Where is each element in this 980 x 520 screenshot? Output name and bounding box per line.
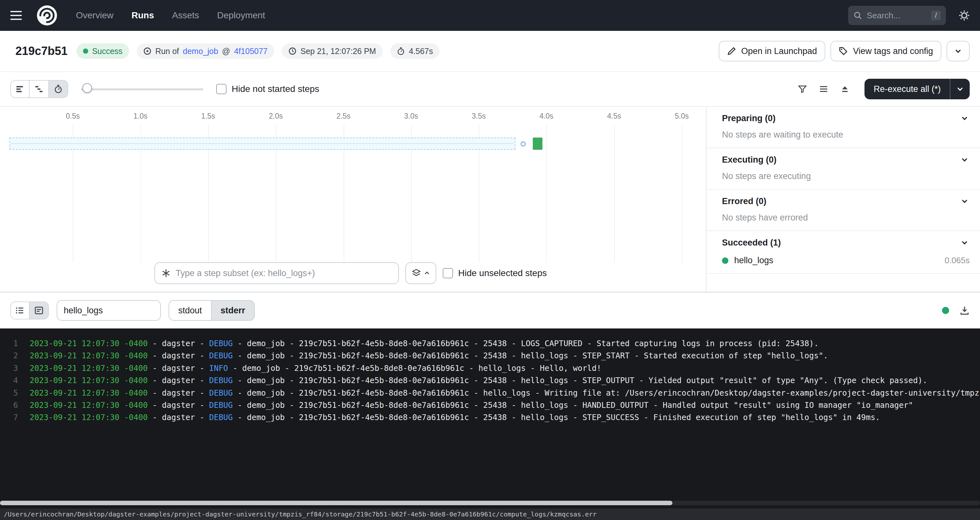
- log-line: 62023-09-21 12:07:30 -0400 - dagster - D…: [0, 399, 980, 411]
- log-separator: -: [228, 363, 242, 373]
- nav-item-overview[interactable]: Overview: [76, 10, 114, 21]
- log-separator: -: [148, 339, 162, 348]
- chevron-down-icon[interactable]: [961, 156, 969, 163]
- code-version-link[interactable]: 4f105077: [234, 47, 268, 56]
- slider-handle[interactable]: [82, 83, 92, 93]
- log-source: dagster: [162, 376, 195, 385]
- steps-section-title: Succeeded (1): [722, 238, 781, 248]
- log-separator: -: [232, 376, 247, 385]
- axis-tick-label: 3.5s: [472, 112, 485, 120]
- log-separator: -: [195, 388, 209, 398]
- run-actions-menu-button[interactable]: [947, 41, 970, 61]
- gantt-zoom-slider[interactable]: [81, 80, 203, 98]
- run-header-actions: Open in Launchpad View tags and config: [719, 41, 970, 61]
- nav-item-runs[interactable]: Runs: [132, 10, 154, 21]
- gantt-flat-view-button[interactable]: [10, 80, 30, 98]
- dagster-logo-icon[interactable]: [36, 5, 58, 26]
- log-message: demo_job - 219c7b51-b62f-4e5b-8de8-0e7a6…: [247, 400, 913, 410]
- gantt-waiting-bar: [10, 138, 515, 150]
- chevron-down-icon[interactable]: [961, 239, 969, 246]
- log-separator: -: [232, 413, 247, 422]
- slider-track: [81, 89, 203, 90]
- steps-panel: Preparing (0)No steps are waiting to exe…: [706, 107, 980, 292]
- log-step-filter-wrap: [57, 300, 161, 321]
- log-separator: -: [232, 351, 247, 360]
- tab-stderr[interactable]: stderr: [212, 300, 255, 321]
- rows-icon[interactable]: [814, 80, 833, 98]
- run-duration: 4.567s: [409, 47, 433, 56]
- log-toolbar: stdoutstderr: [0, 292, 980, 328]
- filter-icon[interactable]: [793, 80, 812, 98]
- axis-tick-label: 3.0s: [404, 112, 418, 120]
- steps-section-header[interactable]: Errored (0): [706, 190, 980, 213]
- log-line-number: 2: [5, 350, 18, 362]
- steps-section-header[interactable]: Executing (0): [706, 148, 980, 171]
- eject-icon[interactable]: [835, 80, 854, 98]
- scrollbar-thumb[interactable]: [0, 501, 673, 505]
- steps-section: Executing (0)No steps are executing: [706, 148, 980, 190]
- chevron-down-icon: [954, 47, 962, 55]
- gantt-waterfall-view-button[interactable]: [30, 80, 49, 98]
- nav-item-assets[interactable]: Assets: [172, 10, 199, 21]
- log-line: 12023-09-21 12:07:30 -0400 - dagster - D…: [0, 338, 980, 350]
- top-nav: OverviewRunsAssetsDeployment Search... /: [0, 0, 980, 31]
- log-separator: -: [232, 388, 247, 398]
- status-dot: [83, 49, 88, 54]
- log-toolbar-right: [942, 305, 970, 315]
- raw-log-view-button[interactable]: [30, 301, 49, 319]
- log-separator: -: [148, 351, 162, 360]
- log-message: demo_job - 219c7b51-b62f-4e5b-8de8-0e7a6…: [247, 413, 880, 422]
- steps-section-header[interactable]: Succeeded (1): [706, 231, 980, 254]
- gantt-step-bar[interactable]: [533, 138, 542, 150]
- log-timestamp: 2023-09-21 12:07:30 -0400: [30, 388, 148, 398]
- menu-icon[interactable]: [10, 7, 27, 24]
- clock-icon: [288, 47, 297, 55]
- step-duration: 0.065s: [945, 255, 970, 265]
- hide-not-started-checkbox[interactable]: [216, 84, 226, 94]
- download-icon[interactable]: [959, 305, 970, 315]
- gantt-timed-view-button[interactable]: [49, 80, 68, 98]
- gear-icon[interactable]: [959, 10, 970, 21]
- log-step-filter-input[interactable]: [64, 306, 154, 315]
- axis-tick-label: 1.5s: [201, 112, 215, 120]
- duration-badge: 4.567s: [390, 43, 439, 59]
- tab-stdout[interactable]: stdout: [169, 300, 212, 321]
- layers-icon: [412, 268, 421, 278]
- job-link[interactable]: demo_job: [183, 47, 218, 56]
- axis-tick-label: 0.5s: [66, 112, 80, 120]
- axis-tick-label: 1.0s: [134, 112, 147, 120]
- steps-section-header[interactable]: Preparing (0): [706, 107, 980, 130]
- chevron-down-icon[interactable]: [961, 197, 969, 205]
- reexecute-all-button[interactable]: Re-execute all (*): [864, 79, 970, 99]
- log-timestamp: 2023-09-21 12:07:30 -0400: [30, 413, 148, 422]
- hide-not-started-label: Hide not started steps: [232, 84, 319, 94]
- step-subset-input[interactable]: [176, 268, 392, 278]
- log-separator: -: [148, 363, 162, 373]
- chevron-down-icon[interactable]: [950, 85, 970, 93]
- layers-button[interactable]: [406, 262, 436, 284]
- view-tags-button[interactable]: View tags and config: [830, 41, 942, 61]
- steps-section-empty: No steps have errored: [706, 213, 980, 230]
- log-timestamp: 2023-09-21 12:07:30 -0400: [30, 339, 148, 348]
- open-launchpad-button[interactable]: Open in Launchpad: [719, 41, 826, 61]
- log-separator: -: [195, 351, 209, 360]
- nav-item-deployment[interactable]: Deployment: [217, 10, 265, 21]
- horizontal-scrollbar[interactable]: [0, 501, 980, 505]
- log-file-path: /Users/erincochran/Desktop/dagster-examp…: [4, 510, 597, 518]
- step-row[interactable]: hello_logs0.065s: [706, 254, 980, 273]
- log-message: demo_job - 219c7b51-b62f-4e5b-8de8-0e7a6…: [247, 376, 928, 385]
- step-status-dot: [722, 257, 729, 264]
- hide-unselected-label: Hide unselected steps: [458, 268, 547, 278]
- hide-unselected-checkbox[interactable]: [443, 268, 453, 278]
- search-input[interactable]: Search... /: [848, 6, 946, 25]
- log-level: DEBUG: [209, 413, 232, 422]
- chevron-down-icon[interactable]: [961, 114, 969, 122]
- gantt-view-mode-group: [10, 80, 68, 98]
- event-list-view-button[interactable]: [10, 301, 30, 319]
- run-main: 0.5s1.0s1.5s2.0s2.5s3.0s3.5s4.0s4.5s5.0s: [0, 107, 980, 292]
- reexecute-all-label: Re-execute all (*): [864, 84, 950, 94]
- log-separator: -: [195, 376, 209, 385]
- log-line: 42023-09-21 12:07:30 -0400 - dagster - D…: [0, 374, 980, 387]
- hide-not-started-row: Hide not started steps: [216, 84, 319, 94]
- log-message: demo_job - 219c7b51-b62f-4e5b-8de8-0e7a6…: [247, 388, 980, 398]
